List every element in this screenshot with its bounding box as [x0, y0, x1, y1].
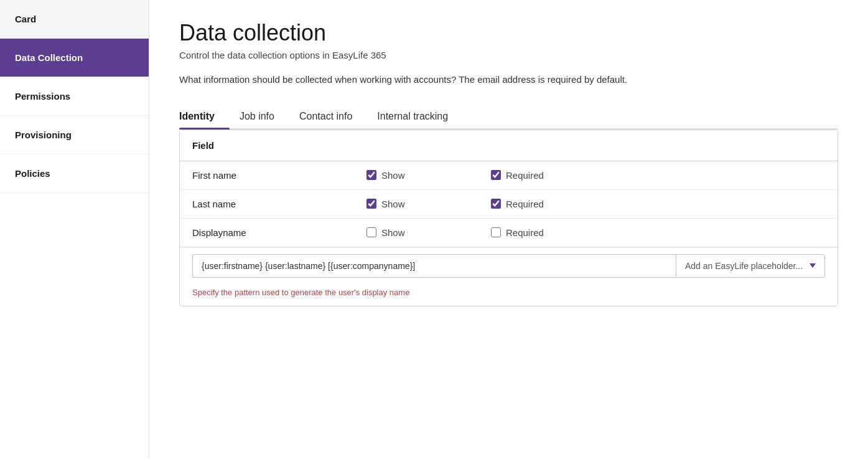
field-name: Last name — [192, 199, 366, 209]
required-checkbox[interactable] — [491, 170, 501, 180]
tab-job-info[interactable]: Job info — [240, 105, 289, 128]
pattern-input[interactable] — [192, 254, 676, 278]
sidebar: CardData CollectionPermissionsProvisioni… — [0, 0, 149, 459]
field-name: Displayname — [192, 227, 366, 238]
main-content: Data collection Control the data collect… — [149, 0, 868, 459]
required-checkbox[interactable] — [491, 199, 501, 209]
show-checkbox[interactable] — [366, 170, 376, 180]
required-checkbox-group: Required — [491, 199, 615, 209]
required-label: Required — [506, 170, 544, 181]
tab-contact-info[interactable]: Contact info — [299, 105, 367, 128]
table-column-header: Field — [180, 130, 838, 161]
field-name: First name — [192, 170, 366, 181]
page-subtitle: Control the data collection options in E… — [179, 50, 838, 60]
sidebar-item-data-collection[interactable]: Data Collection — [0, 39, 149, 77]
required-label: Required — [506, 199, 544, 209]
placeholder-label: Add an EasyLife placeholder... — [685, 261, 803, 271]
tab-internal-tracking[interactable]: Internal tracking — [377, 105, 463, 128]
placeholder-dropdown[interactable]: Add an EasyLife placeholder... — [676, 254, 825, 278]
show-label: Show — [381, 227, 405, 238]
page-title: Data collection — [179, 20, 838, 46]
required-checkbox-group: Required — [491, 170, 615, 181]
sidebar-item-permissions[interactable]: Permissions — [0, 77, 149, 116]
page-description: What information should be collected whe… — [179, 73, 739, 87]
show-checkbox[interactable] — [366, 199, 376, 209]
table-row: Last nameShowRequired — [180, 190, 838, 219]
show-label: Show — [381, 199, 405, 209]
tabs-container: IdentityJob infoContact infoInternal tra… — [179, 105, 838, 130]
required-checkbox-group: Required — [491, 227, 615, 238]
displayname-input-row: Add an EasyLife placeholder... — [180, 247, 838, 284]
data-table-card: Field First nameShowRequiredLast nameSho… — [179, 130, 838, 306]
required-checkbox[interactable] — [491, 227, 501, 237]
sidebar-item-policies[interactable]: Policies — [0, 154, 149, 193]
show-checkbox-group: Show — [366, 227, 491, 238]
table-row: DisplaynameShowRequired — [180, 219, 838, 247]
sidebar-item-provisioning[interactable]: Provisioning — [0, 116, 149, 154]
tab-identity[interactable]: Identity — [179, 105, 230, 128]
chevron-down-icon — [810, 263, 816, 268]
show-checkbox[interactable] — [366, 227, 376, 237]
show-checkbox-group: Show — [366, 170, 491, 181]
sidebar-item-card[interactable]: Card — [0, 0, 149, 39]
show-label: Show — [381, 170, 405, 181]
show-checkbox-group: Show — [366, 199, 491, 209]
displayname-hint: Specify the pattern used to generate the… — [180, 284, 838, 306]
table-row: First nameShowRequired — [180, 161, 838, 190]
required-label: Required — [506, 227, 544, 238]
